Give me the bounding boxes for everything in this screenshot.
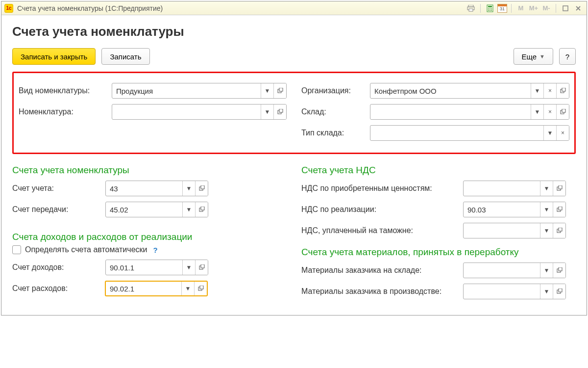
vat-purchased-field[interactable] xyxy=(464,181,540,196)
income-label: Счет доходов: xyxy=(12,263,105,272)
nomenclature-field[interactable] xyxy=(112,105,261,119)
vat-customs-field[interactable] xyxy=(464,223,540,238)
dropdown-icon[interactable]: ▼ xyxy=(182,181,195,196)
mat-stock-input[interactable]: ▼ xyxy=(463,263,566,278)
calculator-icon[interactable] xyxy=(485,3,495,13)
account-field[interactable] xyxy=(106,181,182,196)
clear-icon[interactable]: × xyxy=(543,83,556,98)
chevron-down-icon: ▼ xyxy=(539,53,545,59)
save-and-close-button[interactable]: Записать и закрыть xyxy=(12,48,96,65)
transfer-field[interactable] xyxy=(106,202,182,217)
dropdown-icon[interactable]: ▼ xyxy=(540,284,553,299)
nomenclature-type-field[interactable] xyxy=(112,83,261,98)
maximize-icon[interactable] xyxy=(560,3,571,13)
account-input[interactable]: ▼ xyxy=(105,181,208,196)
open-icon[interactable] xyxy=(194,282,207,295)
svg-rect-35 xyxy=(559,267,562,271)
open-icon[interactable] xyxy=(553,181,565,196)
open-icon[interactable] xyxy=(553,284,565,299)
memory-mplus-button[interactable]: M+ xyxy=(528,3,539,13)
open-icon[interactable] xyxy=(273,83,286,98)
mat-stock-label: Материалы заказчика на складе: xyxy=(301,266,463,275)
dropdown-icon[interactable]: ▼ xyxy=(543,126,556,140)
open-icon[interactable] xyxy=(273,105,286,119)
clear-icon[interactable]: × xyxy=(543,105,556,119)
org-input[interactable]: ▼ × xyxy=(370,83,569,99)
open-icon[interactable] xyxy=(556,83,569,98)
svg-rect-2 xyxy=(469,9,473,11)
vat-purchased-label: НДС по приобретенным ценностям: xyxy=(301,184,463,193)
auto-accounts-checkbox[interactable] xyxy=(12,245,21,254)
org-field[interactable] xyxy=(370,83,531,98)
transfer-input[interactable]: ▼ xyxy=(105,202,208,217)
dropdown-icon[interactable]: ▼ xyxy=(531,105,543,119)
warehouse-type-label: Тип склада: xyxy=(301,129,370,137)
svg-rect-4 xyxy=(488,6,492,7)
warehouse-type-input[interactable]: ▼ × xyxy=(370,125,569,141)
memory-m-button[interactable]: M xyxy=(515,3,526,13)
open-icon[interactable] xyxy=(553,202,565,217)
save-button[interactable]: Записать xyxy=(101,48,149,65)
dropdown-icon[interactable]: ▼ xyxy=(261,83,273,98)
nomenclature-input[interactable]: ▼ xyxy=(112,104,287,120)
vat-sales-field[interactable] xyxy=(464,202,540,217)
vat-purchased-input[interactable]: ▼ xyxy=(463,181,566,196)
dropdown-icon[interactable]: ▼ xyxy=(531,83,543,98)
svg-rect-29 xyxy=(559,185,562,189)
warehouse-label: Склад: xyxy=(301,107,370,116)
dropdown-icon[interactable]: ▼ xyxy=(540,181,553,196)
memory-mminus-button[interactable]: M- xyxy=(541,3,552,13)
clear-icon[interactable]: × xyxy=(556,126,569,140)
income-field[interactable] xyxy=(106,260,182,275)
svg-rect-25 xyxy=(201,264,204,268)
page-title: Счета учета номенклатуры xyxy=(12,24,576,39)
svg-rect-0 xyxy=(468,5,473,7)
more-button[interactable]: Еще ▼ xyxy=(514,48,553,65)
acc-section-title: Счета учета номенклатуры xyxy=(12,165,287,176)
dropdown-icon[interactable]: ▼ xyxy=(540,263,553,278)
mat-section-title: Счета учета материалов, принятых в перер… xyxy=(301,247,576,258)
help-button[interactable]: ? xyxy=(559,48,576,65)
open-icon[interactable] xyxy=(195,181,208,196)
content-area: Счета учета номенклатуры Записать и закр… xyxy=(1,15,587,315)
dropdown-icon[interactable]: ▼ xyxy=(182,202,195,217)
open-icon[interactable] xyxy=(556,105,569,119)
close-icon[interactable] xyxy=(573,3,584,13)
dropdown-icon[interactable]: ▼ xyxy=(540,202,553,217)
open-icon[interactable] xyxy=(553,223,565,238)
vat-customs-input[interactable]: ▼ xyxy=(463,223,566,238)
titlebar-actions: 31 M M+ M- xyxy=(466,3,584,13)
mat-prod-input[interactable]: ▼ xyxy=(463,284,566,299)
warehouse-input[interactable]: ▼ × xyxy=(370,104,569,120)
warehouse-type-field[interactable] xyxy=(370,126,543,140)
mat-prod-field[interactable] xyxy=(464,284,540,299)
titlebar: 1c Счета учета номенклатуры (1С:Предприя… xyxy=(1,1,587,15)
expense-field[interactable] xyxy=(106,282,181,295)
toolbar: Записать и закрыть Записать Еще ▼ ? xyxy=(12,48,576,65)
dropdown-icon[interactable]: ▼ xyxy=(182,260,195,275)
warehouse-field[interactable] xyxy=(370,105,531,119)
open-icon[interactable] xyxy=(553,263,565,278)
vat-sales-label: НДС по реализации: xyxy=(301,205,463,214)
mat-stock-field[interactable] xyxy=(464,263,540,278)
help-icon[interactable]: ? xyxy=(153,246,157,254)
expense-label: Счет расходов: xyxy=(12,284,105,293)
open-icon[interactable] xyxy=(195,202,208,217)
nomenclature-type-input[interactable]: ▼ xyxy=(112,83,287,99)
expense-input[interactable]: ▼ xyxy=(105,281,208,296)
income-input[interactable]: ▼ xyxy=(105,260,208,275)
open-icon[interactable] xyxy=(195,260,208,275)
vat-customs-label: НДС, уплаченный на таможне: xyxy=(301,226,463,235)
svg-point-7 xyxy=(491,8,492,9)
app-icon: 1c xyxy=(4,4,13,13)
vat-sales-input[interactable]: ▼ xyxy=(463,202,566,217)
dropdown-icon[interactable]: ▼ xyxy=(540,223,553,238)
svg-point-10 xyxy=(491,10,492,11)
dropdown-icon[interactable]: ▼ xyxy=(261,105,273,119)
filters-panel: Вид номенклатуры: ▼ Номенклатура: ▼ xyxy=(12,72,576,154)
org-label: Организация: xyxy=(301,86,370,95)
print-icon[interactable] xyxy=(466,3,476,13)
svg-point-6 xyxy=(490,8,490,9)
calendar-icon[interactable]: 31 xyxy=(497,4,507,13)
dropdown-icon[interactable]: ▼ xyxy=(181,282,194,295)
